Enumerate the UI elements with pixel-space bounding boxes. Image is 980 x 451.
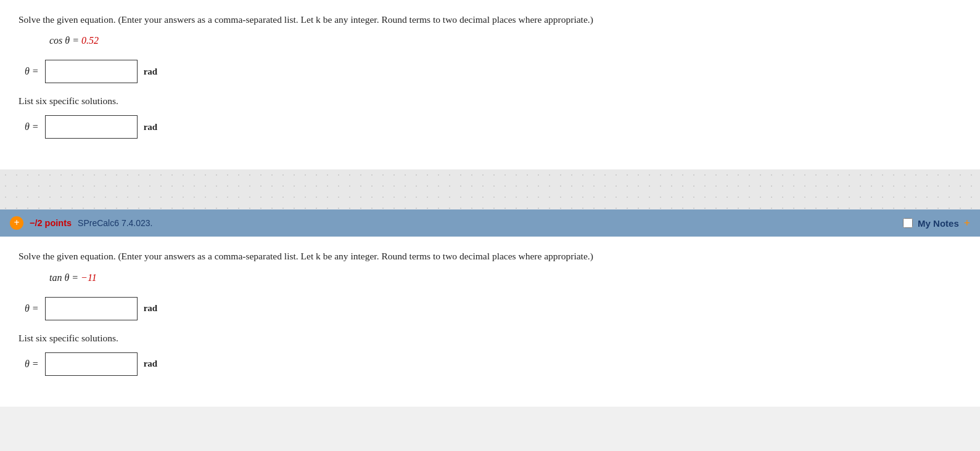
question1-input1-label: θ = <box>25 66 39 77</box>
page-wrapper: Solve the given equation. (Enter your an… <box>0 0 980 407</box>
question1-instruction: Solve the given equation. (Enter your an… <box>19 12 961 26</box>
question2-eq-prefix: tan θ = <box>49 272 81 283</box>
problem-header-right: My Notes + <box>903 217 970 230</box>
question2-equation: tan θ = −11 <box>49 272 961 283</box>
question2-instruction: Solve the given equation. (Enter your an… <box>19 249 961 263</box>
problem-header-bar: + −/2 points SPreCalc6 7.4.023. My Notes… <box>0 209 980 237</box>
question2-input2-unit: rad <box>144 359 158 369</box>
my-notes-checkbox[interactable] <box>903 218 913 228</box>
question1-section: Solve the given equation. (Enter your an… <box>0 0 980 169</box>
divider-band <box>0 169 980 209</box>
question2-section: Solve the given equation. (Enter your an… <box>0 237 980 406</box>
question1-answer-input2[interactable] <box>45 115 138 139</box>
question1-list-solutions-label: List six specific solutions. <box>19 95 961 107</box>
dots-pattern <box>0 169 980 209</box>
question1-equation: cos θ = 0.52 <box>49 35 961 46</box>
question1-input1-row: θ = rad <box>25 60 961 83</box>
question1-input2-label: θ = <box>25 121 39 132</box>
question2-list-solutions-label: List six specific solutions. <box>19 333 961 344</box>
question1-input1-unit: rad <box>144 67 158 77</box>
add-problem-button[interactable]: + <box>10 216 23 230</box>
question2-input1-label: θ = <box>25 303 39 314</box>
question2-eq-value: −11 <box>81 272 97 283</box>
my-notes-label[interactable]: My Notes <box>918 218 959 229</box>
question2-input2-row: θ = rad <box>25 352 961 376</box>
question2-input2-label: θ = <box>25 359 39 370</box>
question1-eq-prefix: cos θ = <box>49 35 81 46</box>
problem-id-label: SPreCalc6 7.4.023. <box>78 218 152 228</box>
question1-eq-value: 0.52 <box>81 35 99 46</box>
question2-input1-row: θ = rad <box>25 297 961 320</box>
question2-input1-unit: rad <box>144 303 158 314</box>
question1-input2-unit: rad <box>144 122 158 132</box>
question2-answer-input1[interactable] <box>45 297 138 320</box>
problem-header-left: + −/2 points SPreCalc6 7.4.023. <box>10 216 153 230</box>
points-label: −/2 points <box>30 218 72 228</box>
question1-input2-row: θ = rad <box>25 115 961 139</box>
question2-answer-input2[interactable] <box>45 352 138 376</box>
add-notes-plus-icon[interactable]: + <box>964 217 970 230</box>
question1-answer-input1[interactable] <box>45 60 138 83</box>
